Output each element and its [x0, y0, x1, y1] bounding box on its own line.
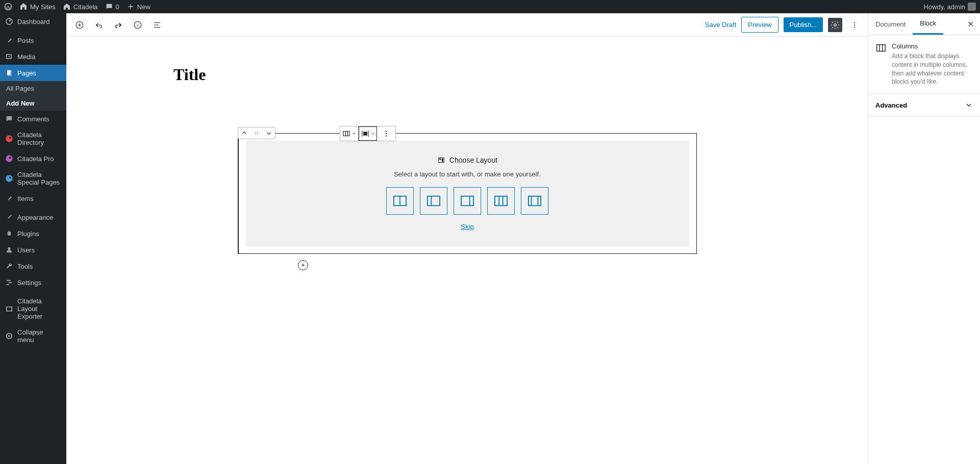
- settings-gear-button[interactable]: [828, 18, 842, 32]
- close-inspector-button[interactable]: ✕: [961, 19, 980, 29]
- wp-logo-icon[interactable]: [4, 3, 12, 11]
- drag-handle[interactable]: [250, 127, 263, 139]
- page-title[interactable]: Title: [173, 62, 520, 87]
- dashboard-label: Dashboard: [17, 18, 50, 25]
- block-type-button[interactable]: [340, 126, 359, 141]
- svg-point-14: [854, 27, 855, 28]
- comments-link[interactable]: 0: [105, 3, 119, 11]
- sidebar-item-citadela-pro[interactable]: Citadela Pro: [0, 150, 66, 167]
- publish-button[interactable]: Publish...: [784, 17, 823, 32]
- sub-add-new[interactable]: Add New: [0, 96, 66, 111]
- settings-label: Settings: [17, 279, 41, 287]
- layout-70-30[interactable]: [454, 187, 481, 215]
- svg-point-13: [854, 24, 855, 25]
- more-menu-button[interactable]: [847, 18, 862, 32]
- svg-rect-42: [529, 196, 541, 206]
- advanced-panel-toggle[interactable]: Advanced: [868, 94, 980, 117]
- my-sites-link[interactable]: My Sites: [19, 3, 56, 11]
- svg-point-17: [255, 133, 256, 133]
- svg-point-20: [257, 134, 258, 135]
- choose-layout-heading: Choose Layout: [261, 156, 674, 164]
- user-icon: [5, 246, 13, 254]
- pin-icon: [5, 36, 13, 44]
- svg-point-3: [9, 56, 10, 58]
- skip-link[interactable]: Skip: [461, 223, 473, 230]
- sidebar-item-media[interactable]: Media: [0, 48, 66, 65]
- howdy-label: Howdy, admin: [924, 3, 965, 11]
- save-draft-button[interactable]: Save Draft: [705, 21, 736, 29]
- block-more-button[interactable]: [377, 126, 395, 141]
- sidebar-item-posts[interactable]: Posts: [0, 32, 66, 48]
- editor-canvas[interactable]: Title: [66, 37, 868, 464]
- svg-point-27: [385, 131, 386, 132]
- outline-button[interactable]: [150, 18, 164, 32]
- tab-document[interactable]: Document: [868, 14, 913, 34]
- sidebar-item-items[interactable]: Items: [0, 190, 66, 207]
- layout-placeholder: Choose Layout Select a layout to start w…: [246, 141, 689, 246]
- svg-rect-37: [461, 196, 473, 206]
- undo-button[interactable]: [92, 18, 106, 32]
- align-button[interactable]: [359, 126, 377, 141]
- svg-rect-31: [439, 159, 441, 160]
- editor-toolbar: Save Draft Preview Publish...: [66, 13, 868, 37]
- site-link[interactable]: Citadela: [63, 3, 98, 11]
- chevron-down-icon: [965, 101, 973, 109]
- editor: Save Draft Preview Publish... Title: [66, 13, 980, 464]
- columns-icon: [875, 42, 887, 54]
- plugins-label: Plugins: [17, 230, 39, 238]
- sidebar-item-tools[interactable]: Tools: [0, 258, 66, 274]
- move-up-button[interactable]: [238, 127, 250, 139]
- append-block-button[interactable]: [298, 260, 308, 270]
- info-button[interactable]: [131, 18, 145, 32]
- svg-rect-7: [7, 307, 12, 311]
- layout-50-50[interactable]: [386, 187, 414, 215]
- sidebar-item-pages[interactable]: Pages: [0, 65, 66, 81]
- svg-point-29: [385, 135, 386, 136]
- sidebar-item-comments[interactable]: Comments: [0, 111, 66, 127]
- admin-sidebar: Dashboard Posts Media Pages All Pages Ad…: [0, 13, 66, 464]
- my-sites-label: My Sites: [30, 3, 56, 11]
- svg-point-8: [7, 333, 12, 339]
- media-icon: [5, 53, 13, 61]
- layout-33-33-33[interactable]: [487, 187, 515, 215]
- redo-button[interactable]: [111, 18, 125, 32]
- comments-label: Comments: [17, 115, 49, 123]
- sidebar-item-users[interactable]: Users: [0, 242, 66, 258]
- sidebar-item-plugins[interactable]: Plugins: [0, 225, 66, 242]
- new-label: New: [137, 3, 150, 11]
- layout-30-70[interactable]: [420, 187, 447, 215]
- citadela-pro-icon: [5, 154, 13, 163]
- svg-point-6: [8, 247, 10, 250]
- sidebar-item-settings[interactable]: Settings: [0, 274, 66, 291]
- pin-icon: [5, 194, 13, 202]
- preview-button[interactable]: Preview: [741, 17, 778, 33]
- block-info-panel: Columns Add a block that displays conten…: [868, 35, 980, 94]
- tab-block[interactable]: Block: [913, 13, 943, 35]
- site-label: Citadela: [73, 3, 98, 11]
- sidebar-item-citadela-special[interactable]: Citadela Special Pages: [0, 167, 66, 190]
- svg-rect-45: [877, 45, 886, 51]
- layout-25-50-25[interactable]: [521, 187, 548, 215]
- pages-submenu: All Pages Add New: [0, 81, 66, 111]
- svg-point-19: [255, 134, 256, 135]
- columns-block[interactable]: Choose Layout Select a layout to start w…: [238, 133, 697, 254]
- svg-point-28: [385, 133, 386, 134]
- block-toolbar: [340, 126, 396, 141]
- sidebar-item-citadela-directory[interactable]: Citadela Directory: [0, 127, 66, 150]
- sub-all-pages[interactable]: All Pages: [0, 81, 66, 96]
- sidebar-item-layout-exporter[interactable]: Citadela Layout Exporter: [0, 293, 66, 324]
- wrench-icon: [5, 262, 13, 270]
- citadela-special-icon: [5, 174, 13, 183]
- sidebar-item-appearance[interactable]: Appearance: [0, 209, 66, 225]
- dashboard-icon: [5, 17, 13, 25]
- new-link[interactable]: New: [127, 3, 150, 11]
- sidebar-item-dashboard[interactable]: Dashboard: [0, 13, 66, 30]
- advanced-label: Advanced: [875, 101, 907, 109]
- move-down-button[interactable]: [263, 127, 275, 139]
- svg-point-16: [257, 132, 258, 132]
- add-block-button[interactable]: [72, 18, 87, 32]
- citadela-pro-label: Citadela Pro: [17, 155, 54, 163]
- howdy-link[interactable]: Howdy, admin: [924, 3, 976, 11]
- sidebar-item-collapse[interactable]: Collapse menu: [0, 324, 66, 348]
- items-label: Items: [17, 195, 34, 202]
